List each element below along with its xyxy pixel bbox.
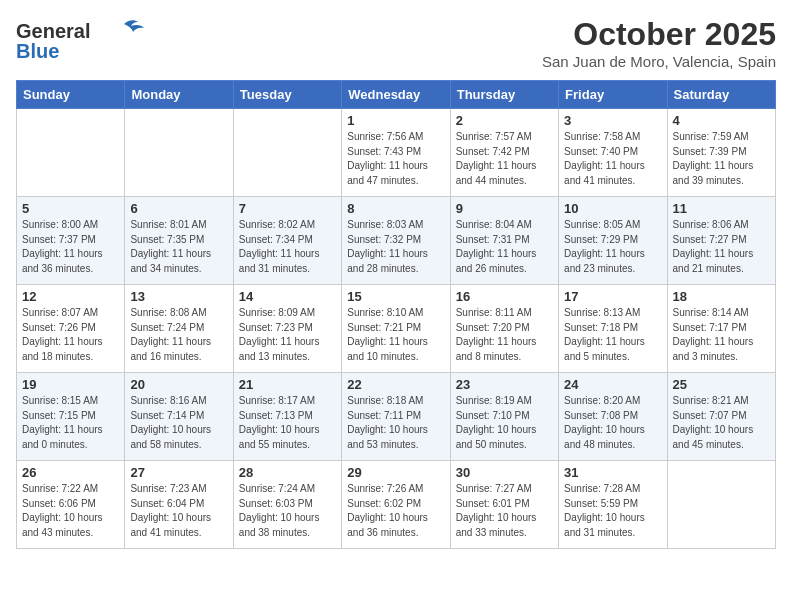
day-number: 11 <box>673 201 770 216</box>
calendar-week-row: 12Sunrise: 8:07 AM Sunset: 7:26 PM Dayli… <box>17 285 776 373</box>
calendar-header-row: SundayMondayTuesdayWednesdayThursdayFrid… <box>17 81 776 109</box>
day-info: Sunrise: 8:03 AM Sunset: 7:32 PM Dayligh… <box>347 218 444 276</box>
day-number: 3 <box>564 113 661 128</box>
day-number: 10 <box>564 201 661 216</box>
calendar-day-cell <box>125 109 233 197</box>
calendar-day-cell: 28Sunrise: 7:24 AM Sunset: 6:03 PM Dayli… <box>233 461 341 549</box>
calendar-day-cell: 18Sunrise: 8:14 AM Sunset: 7:17 PM Dayli… <box>667 285 775 373</box>
calendar-table: SundayMondayTuesdayWednesdayThursdayFrid… <box>16 80 776 549</box>
calendar-day-cell: 19Sunrise: 8:15 AM Sunset: 7:15 PM Dayli… <box>17 373 125 461</box>
calendar-day-cell: 20Sunrise: 8:16 AM Sunset: 7:14 PM Dayli… <box>125 373 233 461</box>
day-info: Sunrise: 8:09 AM Sunset: 7:23 PM Dayligh… <box>239 306 336 364</box>
day-number: 4 <box>673 113 770 128</box>
day-number: 19 <box>22 377 119 392</box>
day-info: Sunrise: 8:08 AM Sunset: 7:24 PM Dayligh… <box>130 306 227 364</box>
calendar-day-cell: 22Sunrise: 8:18 AM Sunset: 7:11 PM Dayli… <box>342 373 450 461</box>
calendar-day-cell: 2Sunrise: 7:57 AM Sunset: 7:42 PM Daylig… <box>450 109 558 197</box>
day-info: Sunrise: 7:56 AM Sunset: 7:43 PM Dayligh… <box>347 130 444 188</box>
title-section: October 2025 San Juan de Moro, Valencia,… <box>542 16 776 70</box>
calendar-day-cell: 23Sunrise: 8:19 AM Sunset: 7:10 PM Dayli… <box>450 373 558 461</box>
calendar-day-cell: 1Sunrise: 7:56 AM Sunset: 7:43 PM Daylig… <box>342 109 450 197</box>
calendar-day-cell <box>667 461 775 549</box>
day-number: 6 <box>130 201 227 216</box>
day-info: Sunrise: 8:05 AM Sunset: 7:29 PM Dayligh… <box>564 218 661 276</box>
day-info: Sunrise: 8:04 AM Sunset: 7:31 PM Dayligh… <box>456 218 553 276</box>
day-number: 16 <box>456 289 553 304</box>
day-number: 17 <box>564 289 661 304</box>
day-of-week-header: Tuesday <box>233 81 341 109</box>
day-info: Sunrise: 8:16 AM Sunset: 7:14 PM Dayligh… <box>130 394 227 452</box>
calendar-day-cell: 13Sunrise: 8:08 AM Sunset: 7:24 PM Dayli… <box>125 285 233 373</box>
calendar-day-cell: 14Sunrise: 8:09 AM Sunset: 7:23 PM Dayli… <box>233 285 341 373</box>
day-of-week-header: Friday <box>559 81 667 109</box>
logo-general-text: General Blue <box>16 16 146 65</box>
calendar-day-cell: 4Sunrise: 7:59 AM Sunset: 7:39 PM Daylig… <box>667 109 775 197</box>
calendar-day-cell: 21Sunrise: 8:17 AM Sunset: 7:13 PM Dayli… <box>233 373 341 461</box>
calendar-day-cell: 5Sunrise: 8:00 AM Sunset: 7:37 PM Daylig… <box>17 197 125 285</box>
day-number: 31 <box>564 465 661 480</box>
day-number: 2 <box>456 113 553 128</box>
day-of-week-header: Monday <box>125 81 233 109</box>
day-info: Sunrise: 8:13 AM Sunset: 7:18 PM Dayligh… <box>564 306 661 364</box>
svg-text:General: General <box>16 20 90 42</box>
calendar-day-cell: 27Sunrise: 7:23 AM Sunset: 6:04 PM Dayli… <box>125 461 233 549</box>
calendar-day-cell <box>233 109 341 197</box>
day-info: Sunrise: 8:11 AM Sunset: 7:20 PM Dayligh… <box>456 306 553 364</box>
calendar-day-cell <box>17 109 125 197</box>
day-info: Sunrise: 8:20 AM Sunset: 7:08 PM Dayligh… <box>564 394 661 452</box>
calendar-day-cell: 31Sunrise: 7:28 AM Sunset: 5:59 PM Dayli… <box>559 461 667 549</box>
calendar-day-cell: 7Sunrise: 8:02 AM Sunset: 7:34 PM Daylig… <box>233 197 341 285</box>
day-info: Sunrise: 7:57 AM Sunset: 7:42 PM Dayligh… <box>456 130 553 188</box>
logo: General Blue <box>16 16 146 65</box>
day-info: Sunrise: 8:17 AM Sunset: 7:13 PM Dayligh… <box>239 394 336 452</box>
day-info: Sunrise: 8:06 AM Sunset: 7:27 PM Dayligh… <box>673 218 770 276</box>
day-info: Sunrise: 8:01 AM Sunset: 7:35 PM Dayligh… <box>130 218 227 276</box>
calendar-day-cell: 26Sunrise: 7:22 AM Sunset: 6:06 PM Dayli… <box>17 461 125 549</box>
calendar-day-cell: 24Sunrise: 8:20 AM Sunset: 7:08 PM Dayli… <box>559 373 667 461</box>
calendar-day-cell: 6Sunrise: 8:01 AM Sunset: 7:35 PM Daylig… <box>125 197 233 285</box>
day-of-week-header: Thursday <box>450 81 558 109</box>
day-info: Sunrise: 7:26 AM Sunset: 6:02 PM Dayligh… <box>347 482 444 540</box>
calendar-day-cell: 3Sunrise: 7:58 AM Sunset: 7:40 PM Daylig… <box>559 109 667 197</box>
day-info: Sunrise: 8:10 AM Sunset: 7:21 PM Dayligh… <box>347 306 444 364</box>
day-number: 9 <box>456 201 553 216</box>
calendar-day-cell: 25Sunrise: 8:21 AM Sunset: 7:07 PM Dayli… <box>667 373 775 461</box>
day-number: 5 <box>22 201 119 216</box>
day-number: 29 <box>347 465 444 480</box>
day-number: 8 <box>347 201 444 216</box>
day-info: Sunrise: 8:18 AM Sunset: 7:11 PM Dayligh… <box>347 394 444 452</box>
location-text: San Juan de Moro, Valencia, Spain <box>542 53 776 70</box>
day-number: 7 <box>239 201 336 216</box>
day-number: 14 <box>239 289 336 304</box>
day-number: 15 <box>347 289 444 304</box>
day-number: 18 <box>673 289 770 304</box>
calendar-week-row: 26Sunrise: 7:22 AM Sunset: 6:06 PM Dayli… <box>17 461 776 549</box>
day-number: 23 <box>456 377 553 392</box>
day-number: 22 <box>347 377 444 392</box>
day-info: Sunrise: 8:21 AM Sunset: 7:07 PM Dayligh… <box>673 394 770 452</box>
day-info: Sunrise: 8:07 AM Sunset: 7:26 PM Dayligh… <box>22 306 119 364</box>
day-info: Sunrise: 7:22 AM Sunset: 6:06 PM Dayligh… <box>22 482 119 540</box>
calendar-day-cell: 30Sunrise: 7:27 AM Sunset: 6:01 PM Dayli… <box>450 461 558 549</box>
day-of-week-header: Wednesday <box>342 81 450 109</box>
calendar-week-row: 5Sunrise: 8:00 AM Sunset: 7:37 PM Daylig… <box>17 197 776 285</box>
svg-text:Blue: Blue <box>16 40 59 61</box>
page-header: General Blue October 2025 San Juan de Mo… <box>16 16 776 70</box>
calendar-day-cell: 9Sunrise: 8:04 AM Sunset: 7:31 PM Daylig… <box>450 197 558 285</box>
calendar-day-cell: 12Sunrise: 8:07 AM Sunset: 7:26 PM Dayli… <box>17 285 125 373</box>
day-number: 25 <box>673 377 770 392</box>
day-info: Sunrise: 8:02 AM Sunset: 7:34 PM Dayligh… <box>239 218 336 276</box>
day-info: Sunrise: 7:23 AM Sunset: 6:04 PM Dayligh… <box>130 482 227 540</box>
calendar-week-row: 1Sunrise: 7:56 AM Sunset: 7:43 PM Daylig… <box>17 109 776 197</box>
calendar-day-cell: 8Sunrise: 8:03 AM Sunset: 7:32 PM Daylig… <box>342 197 450 285</box>
day-number: 12 <box>22 289 119 304</box>
day-number: 21 <box>239 377 336 392</box>
calendar-day-cell: 15Sunrise: 8:10 AM Sunset: 7:21 PM Dayli… <box>342 285 450 373</box>
day-number: 20 <box>130 377 227 392</box>
calendar-day-cell: 17Sunrise: 8:13 AM Sunset: 7:18 PM Dayli… <box>559 285 667 373</box>
day-of-week-header: Saturday <box>667 81 775 109</box>
day-number: 27 <box>130 465 227 480</box>
day-info: Sunrise: 7:24 AM Sunset: 6:03 PM Dayligh… <box>239 482 336 540</box>
day-info: Sunrise: 8:14 AM Sunset: 7:17 PM Dayligh… <box>673 306 770 364</box>
calendar-day-cell: 16Sunrise: 8:11 AM Sunset: 7:20 PM Dayli… <box>450 285 558 373</box>
